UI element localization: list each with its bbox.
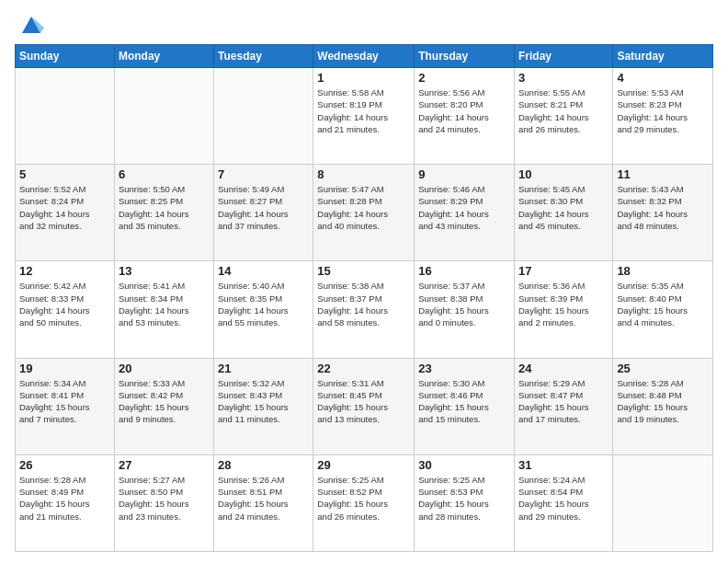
- day-number: 18: [617, 264, 709, 278]
- day-info: Sunrise: 5:42 AM Sunset: 8:33 PM Dayligh…: [19, 280, 110, 328]
- day-number: 6: [119, 167, 210, 181]
- day-info: Sunrise: 5:31 AM Sunset: 8:45 PM Dayligh…: [317, 377, 410, 426]
- calendar-cell: 23Sunrise: 5:30 AM Sunset: 8:46 PM Dayli…: [415, 358, 515, 454]
- calendar-cell: 4Sunrise: 5:53 AM Sunset: 8:23 PM Daylig…: [613, 68, 713, 165]
- calendar-week-3: 12Sunrise: 5:42 AM Sunset: 8:33 PM Dayli…: [16, 261, 713, 358]
- day-info: Sunrise: 5:41 AM Sunset: 8:34 PM Dayligh…: [119, 280, 210, 328]
- day-number: 23: [418, 362, 510, 375]
- day-info: Sunrise: 5:46 AM Sunset: 8:29 PM Dayligh…: [418, 183, 510, 232]
- day-info: Sunrise: 5:33 AM Sunset: 8:42 PM Dayligh…: [119, 377, 210, 426]
- day-number: 12: [19, 264, 110, 278]
- day-number: 20: [119, 362, 210, 375]
- calendar-table: SundayMondayTuesdayWednesdayThursdayFrid…: [15, 44, 713, 552]
- day-number: 28: [218, 458, 309, 472]
- day-info: Sunrise: 5:53 AM Sunset: 8:23 PM Dayligh…: [617, 86, 709, 135]
- day-info: Sunrise: 5:28 AM Sunset: 8:48 PM Dayligh…: [617, 377, 709, 426]
- weekday-header-saturday: Saturday: [613, 45, 713, 68]
- day-number: 19: [19, 362, 110, 375]
- day-number: 27: [119, 458, 210, 472]
- calendar-cell: 18Sunrise: 5:35 AM Sunset: 8:40 PM Dayli…: [613, 261, 713, 358]
- day-info: Sunrise: 5:34 AM Sunset: 8:41 PM Dayligh…: [19, 377, 110, 426]
- logo-icon: [18, 11, 44, 37]
- calendar-cell: 14Sunrise: 5:40 AM Sunset: 8:35 PM Dayli…: [214, 261, 313, 358]
- day-number: 3: [518, 71, 609, 85]
- page-header: [15, 11, 713, 37]
- calendar-cell: 7Sunrise: 5:49 AM Sunset: 8:27 PM Daylig…: [214, 165, 313, 261]
- weekday-header-friday: Friday: [514, 45, 612, 68]
- day-number: 8: [317, 167, 410, 181]
- calendar-cell: 29Sunrise: 5:25 AM Sunset: 8:52 PM Dayli…: [313, 454, 415, 551]
- calendar-cell: 19Sunrise: 5:34 AM Sunset: 8:41 PM Dayli…: [16, 358, 115, 454]
- calendar-cell: 26Sunrise: 5:28 AM Sunset: 8:49 PM Dayli…: [16, 454, 115, 551]
- calendar-cell: 8Sunrise: 5:47 AM Sunset: 8:28 PM Daylig…: [313, 165, 415, 261]
- weekday-header-monday: Monday: [114, 45, 213, 68]
- day-info: Sunrise: 5:52 AM Sunset: 8:24 PM Dayligh…: [19, 183, 110, 232]
- day-info: Sunrise: 5:25 AM Sunset: 8:53 PM Dayligh…: [418, 474, 510, 523]
- day-number: 4: [617, 71, 709, 85]
- calendar-cell: 6Sunrise: 5:50 AM Sunset: 8:25 PM Daylig…: [114, 165, 213, 261]
- day-info: Sunrise: 5:50 AM Sunset: 8:25 PM Dayligh…: [119, 183, 210, 232]
- day-number: 10: [518, 167, 609, 181]
- day-number: 17: [518, 264, 609, 278]
- calendar-cell: 12Sunrise: 5:42 AM Sunset: 8:33 PM Dayli…: [16, 261, 115, 358]
- calendar-cell: 21Sunrise: 5:32 AM Sunset: 8:43 PM Dayli…: [214, 358, 313, 454]
- calendar-header-row: SundayMondayTuesdayWednesdayThursdayFrid…: [16, 45, 713, 68]
- day-info: Sunrise: 5:36 AM Sunset: 8:39 PM Dayligh…: [518, 280, 609, 328]
- day-info: Sunrise: 5:32 AM Sunset: 8:43 PM Dayligh…: [218, 377, 309, 426]
- calendar-cell: 9Sunrise: 5:46 AM Sunset: 8:29 PM Daylig…: [415, 165, 515, 261]
- calendar-week-1: 1Sunrise: 5:58 AM Sunset: 8:19 PM Daylig…: [16, 68, 713, 165]
- day-info: Sunrise: 5:43 AM Sunset: 8:32 PM Dayligh…: [617, 183, 709, 232]
- weekday-header-tuesday: Tuesday: [214, 45, 313, 68]
- day-number: 15: [317, 264, 410, 278]
- day-info: Sunrise: 5:47 AM Sunset: 8:28 PM Dayligh…: [317, 183, 410, 232]
- calendar-week-2: 5Sunrise: 5:52 AM Sunset: 8:24 PM Daylig…: [16, 165, 713, 261]
- calendar-cell: 28Sunrise: 5:26 AM Sunset: 8:51 PM Dayli…: [214, 454, 313, 551]
- calendar-cell: 1Sunrise: 5:58 AM Sunset: 8:19 PM Daylig…: [313, 68, 415, 165]
- day-info: Sunrise: 5:49 AM Sunset: 8:27 PM Dayligh…: [218, 183, 309, 232]
- day-info: Sunrise: 5:35 AM Sunset: 8:40 PM Dayligh…: [617, 280, 709, 328]
- calendar-cell: 31Sunrise: 5:24 AM Sunset: 8:54 PM Dayli…: [514, 454, 612, 551]
- calendar-cell: 5Sunrise: 5:52 AM Sunset: 8:24 PM Daylig…: [16, 165, 115, 261]
- calendar-cell: 22Sunrise: 5:31 AM Sunset: 8:45 PM Dayli…: [313, 358, 415, 454]
- day-info: Sunrise: 5:28 AM Sunset: 8:49 PM Dayligh…: [19, 474, 110, 523]
- day-info: Sunrise: 5:24 AM Sunset: 8:54 PM Dayligh…: [518, 474, 609, 523]
- day-info: Sunrise: 5:40 AM Sunset: 8:35 PM Dayligh…: [218, 280, 309, 328]
- day-info: Sunrise: 5:29 AM Sunset: 8:47 PM Dayligh…: [518, 377, 609, 426]
- day-number: 9: [418, 167, 510, 181]
- weekday-header-sunday: Sunday: [16, 45, 115, 68]
- day-info: Sunrise: 5:56 AM Sunset: 8:20 PM Dayligh…: [418, 86, 510, 135]
- day-number: 16: [418, 264, 510, 278]
- calendar-cell: 30Sunrise: 5:25 AM Sunset: 8:53 PM Dayli…: [415, 454, 515, 551]
- calendar-cell: 11Sunrise: 5:43 AM Sunset: 8:32 PM Dayli…: [613, 165, 713, 261]
- day-number: 13: [119, 264, 210, 278]
- calendar-cell: 10Sunrise: 5:45 AM Sunset: 8:30 PM Dayli…: [514, 165, 612, 261]
- day-number: 26: [19, 458, 110, 472]
- calendar-cell: 24Sunrise: 5:29 AM Sunset: 8:47 PM Dayli…: [514, 358, 612, 454]
- logo: [15, 11, 44, 37]
- calendar-cell: 3Sunrise: 5:55 AM Sunset: 8:21 PM Daylig…: [514, 68, 612, 165]
- day-number: 1: [317, 71, 410, 85]
- day-number: 29: [317, 458, 410, 472]
- calendar-cell: [613, 454, 713, 551]
- day-info: Sunrise: 5:26 AM Sunset: 8:51 PM Dayligh…: [218, 474, 309, 523]
- calendar-cell: [214, 68, 313, 165]
- calendar-week-4: 19Sunrise: 5:34 AM Sunset: 8:41 PM Dayli…: [16, 358, 713, 454]
- calendar-cell: 16Sunrise: 5:37 AM Sunset: 8:38 PM Dayli…: [415, 261, 515, 358]
- day-number: 5: [19, 167, 110, 181]
- day-info: Sunrise: 5:55 AM Sunset: 8:21 PM Dayligh…: [518, 86, 609, 135]
- day-info: Sunrise: 5:27 AM Sunset: 8:50 PM Dayligh…: [119, 474, 210, 523]
- calendar-cell: 20Sunrise: 5:33 AM Sunset: 8:42 PM Dayli…: [114, 358, 213, 454]
- calendar-cell: 25Sunrise: 5:28 AM Sunset: 8:48 PM Dayli…: [613, 358, 713, 454]
- day-number: 30: [418, 458, 510, 472]
- calendar-cell: 2Sunrise: 5:56 AM Sunset: 8:20 PM Daylig…: [415, 68, 515, 165]
- day-number: 11: [617, 167, 709, 181]
- calendar-week-5: 26Sunrise: 5:28 AM Sunset: 8:49 PM Dayli…: [16, 454, 713, 551]
- day-number: 7: [218, 167, 309, 181]
- day-info: Sunrise: 5:45 AM Sunset: 8:30 PM Dayligh…: [518, 183, 609, 232]
- day-number: 21: [218, 362, 309, 375]
- calendar-cell: 27Sunrise: 5:27 AM Sunset: 8:50 PM Dayli…: [114, 454, 213, 551]
- day-number: 14: [218, 264, 309, 278]
- weekday-header-thursday: Thursday: [415, 45, 515, 68]
- day-info: Sunrise: 5:30 AM Sunset: 8:46 PM Dayligh…: [418, 377, 510, 426]
- weekday-header-wednesday: Wednesday: [313, 45, 415, 68]
